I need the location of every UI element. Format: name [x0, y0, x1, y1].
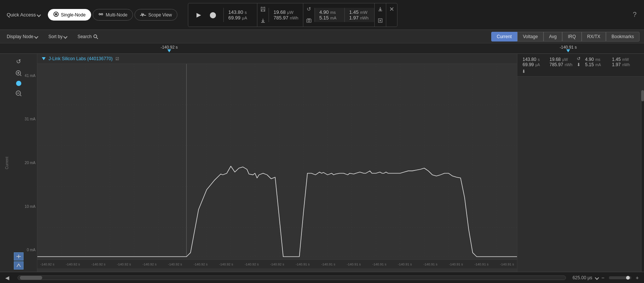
time2-unit: μA	[242, 16, 247, 20]
x-label-9: -140.92 s	[245, 262, 259, 266]
rp-val2: 19.68	[549, 57, 561, 62]
horizontal-scrollbar-thumb[interactable]	[20, 276, 42, 280]
zoom-chevron-icon	[595, 276, 599, 280]
zoom-minus-button[interactable]: −	[600, 274, 606, 282]
rp-val8: 1.97	[612, 62, 620, 67]
quick-access-label: Quick Access	[7, 12, 36, 18]
sort-by-chevron-icon	[64, 34, 68, 39]
timeline-marker-left: -140.92 s	[161, 45, 178, 52]
scope-view-button[interactable]: Scope View	[134, 9, 177, 21]
tab-bookmarks[interactable]: Bookmarks	[606, 32, 640, 41]
p3-val1: 1.45	[349, 9, 359, 15]
x-label-10: -140.92 s	[270, 262, 284, 266]
x-label-6: -140.92 s	[168, 262, 182, 266]
zoom-slider[interactable]	[609, 276, 631, 279]
svg-line-19	[20, 75, 21, 76]
help-button[interactable]: ?	[629, 11, 640, 19]
tab-irq[interactable]: IRQ	[562, 32, 581, 41]
stop-button[interactable]: ⬤	[208, 10, 218, 20]
display-node-button[interactable]: Display Node	[4, 33, 40, 41]
save-bottom-button[interactable]	[257, 15, 269, 27]
node-info-icon[interactable]: ☑	[115, 56, 119, 61]
time-stats-block: 143.80 s 69.99 μA	[223, 8, 257, 22]
playback-controls: ▶ ⬤	[188, 10, 223, 20]
x-label-19: -140.91 s	[500, 262, 514, 266]
x-label-18: -140.91 s	[474, 262, 489, 266]
tab-current[interactable]: Current	[491, 32, 517, 41]
zoom-out-button[interactable]	[14, 89, 23, 98]
view-mode-group: Single-Node Multi-Node Scope View	[48, 9, 177, 21]
single-node-button[interactable]: Single-Node	[48, 9, 91, 21]
x-label-7: -140.92 s	[193, 262, 208, 266]
x-label-1: -140.92 s	[40, 262, 55, 266]
marker-icon-bottom[interactable]	[14, 261, 24, 270]
node-label[interactable]: J-Link Silicon Labs (440136770)	[49, 56, 112, 61]
rp-download-icon[interactable]: ⬇	[577, 62, 580, 67]
rp-stat3: 4.90 ms 5.15 mA	[583, 56, 609, 68]
undo-zoom-button[interactable]: ↺	[14, 57, 23, 66]
svg-point-1	[55, 13, 57, 15]
close-button[interactable]: ✕	[386, 3, 397, 15]
save-top-button[interactable]	[257, 3, 269, 15]
play-button[interactable]: ▶	[193, 10, 204, 20]
search-button[interactable]: Search	[75, 33, 100, 41]
screenshot-button[interactable]	[303, 15, 315, 27]
tab-voltage[interactable]: Voltage	[517, 32, 544, 41]
x-label-2: -140.92 s	[66, 262, 80, 266]
rp-save-icon[interactable]: ⬇	[522, 69, 526, 74]
multi-node-button[interactable]: Multi-Node	[93, 9, 133, 21]
x-label-17: -140.91 s	[449, 262, 463, 266]
export-button[interactable]	[375, 15, 386, 27]
horizontal-scrollbar[interactable]	[18, 276, 566, 280]
y-label-10: 10 mA	[25, 204, 35, 209]
chart-area[interactable]: J-Link Silicon Labs (440136770) ☑	[37, 54, 517, 272]
x-label-3: -140.92 s	[92, 262, 106, 266]
x-label-5: -140.92 s	[142, 262, 157, 266]
save-icon-group	[257, 3, 269, 27]
top-bar: Quick Access Single-Node Multi-Node Scop…	[0, 0, 644, 30]
p3-unit2: nWh	[360, 16, 369, 20]
scroll-left-button[interactable]: ◀	[4, 275, 11, 281]
svg-point-3	[101, 13, 103, 15]
node-expand-icon[interactable]	[42, 57, 46, 60]
download-button[interactable]	[375, 3, 386, 15]
x-label-8: -140.92 s	[219, 262, 233, 266]
zoom-plus-button[interactable]: +	[634, 274, 640, 282]
rp-val7: 5.15	[585, 62, 594, 67]
sort-by-button[interactable]: Sort by	[46, 33, 69, 41]
tab-avg[interactable]: Avg	[544, 32, 562, 41]
scope-view-label: Scope View	[148, 12, 172, 18]
rp-stat4: 1.45 mW 1.97 nWh	[610, 56, 636, 68]
timeline-marker-right: -140.91 s	[560, 45, 577, 52]
rp-refresh-icon[interactable]: ↺	[577, 56, 580, 61]
p2-val1: 4.90	[319, 9, 329, 15]
right-scrollbar-thumb[interactable]	[641, 90, 644, 101]
svg-point-2	[99, 13, 100, 15]
save-icon-group-2	[374, 3, 386, 27]
undo-button[interactable]: ↺	[303, 3, 315, 15]
x-label-4: -140.92 s	[117, 262, 131, 266]
zoom-slider-thumb[interactable]	[626, 276, 630, 280]
svg-line-22	[20, 95, 21, 96]
tab-rxtx[interactable]: RX/TX	[582, 32, 606, 41]
energy1-unit: nWh	[290, 16, 298, 20]
timeline-marker-right-label: -140.91 s	[560, 45, 577, 49]
y-label-31: 31 mA	[25, 117, 35, 121]
y-label-20: 20 mA	[25, 161, 35, 165]
y-label-0: 0 mA	[27, 248, 35, 252]
rp-unit2: μW	[562, 58, 568, 62]
chart-header: J-Link Silicon Labs (440136770) ☑	[37, 54, 517, 64]
marker-icon-top[interactable]	[14, 252, 24, 261]
rp-stat1: 143.80 s 69.99 μA	[520, 56, 547, 68]
quick-access-button[interactable]: Quick Access	[4, 10, 43, 19]
rp-unit7: mA	[595, 63, 601, 67]
chart-svg	[37, 64, 517, 268]
zoom-in-button[interactable]	[14, 69, 23, 78]
chevron-down-icon	[37, 13, 41, 17]
right-scrollbar[interactable]	[641, 90, 644, 272]
timeline-bar[interactable]: -140.92 s -140.91 s	[0, 43, 644, 54]
display-node-label: Display Node	[7, 34, 33, 39]
search-label: Search	[77, 34, 92, 39]
rp-val6: 785.97	[549, 62, 563, 67]
minimize-button[interactable]	[386, 15, 397, 27]
